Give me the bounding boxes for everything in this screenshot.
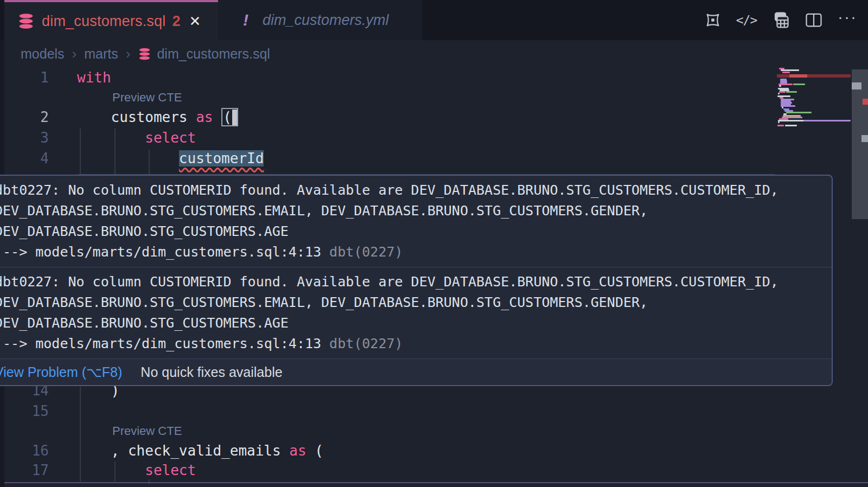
- overview-ruler-highlight-mark: [861, 135, 868, 142]
- split-editor-icon[interactable]: [803, 9, 825, 31]
- chevron-right-icon: ›: [126, 46, 131, 62]
- line-number: 4: [0, 150, 49, 166]
- diagnostic-messages: dbt0227: No column CUSTOMERID found. Ava…: [0, 176, 832, 358]
- code-token: as: [196, 109, 213, 125]
- minimap-line: [779, 91, 786, 93]
- code-token: [77, 150, 179, 166]
- chevron-right-icon: ›: [72, 46, 77, 62]
- minimap-line: [786, 91, 797, 93]
- scrollbar-thumb[interactable]: [852, 69, 868, 219]
- error-token: customerId: [179, 150, 264, 166]
- code-token: [213, 109, 221, 125]
- database-icon: [138, 48, 151, 60]
- minimap-line: [786, 112, 812, 113]
- code-line[interactable]: 4 customerId: [0, 148, 776, 169]
- diagnostic-source: dbt(0227): [321, 336, 403, 351]
- code-line[interactable]: 16 , check_valid_emails as (: [0, 440, 776, 461]
- code-token: , check_valid_emails: [77, 443, 289, 459]
- code-text: with: [77, 69, 111, 86]
- minimap-line: [778, 121, 780, 123]
- tab-bar: dim_customers.sql 2 ✕ ! dim_customers.ym…: [0, 0, 868, 40]
- code-token: select: [77, 462, 196, 478]
- text-cursor: (: [221, 108, 238, 126]
- minimap-line: [777, 125, 784, 126]
- hover-status-bar: View Problem (⌥F8) No quick fixes availa…: [0, 358, 832, 385]
- code-text: customerId: [77, 150, 264, 166]
- duplicate-table-icon[interactable]: [769, 9, 791, 31]
- diagnostic-location: --> models/marts/dim_customers.sql:4:13: [0, 244, 321, 260]
- codelens-preview-cte[interactable]: Preview CTE: [112, 424, 182, 438]
- minimap-line: [781, 69, 799, 71]
- line-number: 1: [0, 69, 49, 86]
- problem-count-badge: 2: [172, 13, 180, 30]
- minimap-line: [778, 120, 804, 121]
- line-number: 3: [0, 130, 49, 146]
- diagnostic-location-line: --> models/marts/dim_customers.sql:4:13 …: [0, 242, 832, 262]
- line-number: 2: [0, 109, 49, 125]
- code-token: (: [223, 109, 232, 125]
- code-token: select: [77, 130, 196, 146]
- code-line[interactable]: 15: [0, 401, 776, 421]
- minimap-error-highlight: [789, 74, 807, 78]
- tab-dim-customers-yml[interactable]: ! dim_customers.yml: [218, 0, 422, 40]
- no-quick-fixes-label: No quick fixes available: [141, 364, 282, 380]
- minimap-error-line: [777, 74, 851, 78]
- indent-guide: [114, 129, 116, 174]
- minimap-line: [782, 72, 790, 73]
- diagnostic-message-line: dbt0227: No column CUSTOMERID found. Ava…: [0, 180, 832, 201]
- database-icon: [17, 13, 35, 29]
- editor-actions: </> ···: [702, 0, 858, 40]
- minimap-line: [804, 120, 851, 121]
- editor-window: dim_customers.sql 2 ✕ ! dim_customers.ym…: [0, 0, 868, 487]
- code-token: with: [77, 69, 111, 86]
- diagnostic-message-line: DEV_DATABASE.BRUNO.STG_CUSTOMERS.AGE: [0, 221, 832, 242]
- tab-title: dim_customers.sql: [42, 13, 165, 30]
- codelens-row: Preview CTE: [77, 88, 182, 107]
- codelens-row: Preview CTE: [77, 421, 182, 441]
- breadcrumb-file[interactable]: dim_customers.sql: [157, 46, 270, 62]
- dbt-logo-icon[interactable]: [702, 9, 724, 31]
- code-line[interactable]: 2 customers as (: [0, 107, 776, 127]
- panel-divider: [4, 482, 868, 483]
- code-line[interactable]: 3 select: [0, 127, 776, 148]
- codelens-preview-cte[interactable]: Preview CTE: [112, 91, 182, 105]
- breadcrumb-marts[interactable]: marts: [84, 46, 118, 62]
- diagnostic-message-line: DEV_DATABASE.BRUNO.STG_CUSTOMERS.AGE: [0, 313, 832, 334]
- view-problem-link[interactable]: View Problem (⌥F8): [0, 364, 122, 380]
- minimap-line: [785, 125, 797, 126]
- diagnostic-block: dbt0227: No column CUSTOMERID found. Ava…: [0, 267, 832, 358]
- close-tab-icon[interactable]: ✕: [189, 13, 201, 30]
- diagnostic-block: dbt0227: No column CUSTOMERID found. Ava…: [0, 176, 832, 267]
- vertical-scrollbar[interactable]: [852, 60, 868, 487]
- diagnostic-message-line: DEV_DATABASE.BRUNO.STG_CUSTOMERS.EMAIL, …: [0, 292, 832, 313]
- code-text: select: [77, 462, 196, 478]
- code-line[interactable]: 1with: [0, 67, 776, 88]
- code-text: , check_valid_emails as (: [77, 443, 323, 459]
- code-token: as: [289, 443, 306, 459]
- diagnostic-source: dbt(0227): [321, 244, 403, 260]
- tab-dim-customers-sql[interactable]: dim_customers.sql 2 ✕: [4, 0, 218, 40]
- diagnostic-location-line: --> models/marts/dim_customers.sql:4:13 …: [0, 334, 832, 354]
- warning-icon: !: [243, 11, 248, 29]
- diagnostic-location: --> models/marts/dim_customers.sql:4:13: [0, 336, 321, 351]
- line-number: 15: [0, 403, 49, 419]
- tab-title: dim_customers.yml: [263, 12, 389, 29]
- diagnostics-hover-popup: dbt0227: No column CUSTOMERID found. Ava…: [0, 175, 833, 386]
- minimap-line: [793, 84, 805, 85]
- code-line[interactable]: 17 select: [0, 460, 776, 480]
- code-token: customers: [77, 109, 196, 125]
- indent-guide: [149, 150, 150, 174]
- diagnostic-message-line: DEV_DATABASE.BRUNO.STG_CUSTOMERS.EMAIL, …: [0, 201, 832, 221]
- code-text: select: [77, 130, 196, 146]
- breadcrumb: models › marts › dim_customers.sql: [0, 40, 868, 67]
- diagnostic-message-line: dbt0227: No column CUSTOMERID found. Ava…: [0, 272, 832, 292]
- minimap-line: [779, 85, 781, 87]
- indent-guide: [80, 129, 81, 174]
- open-code-icon[interactable]: </>: [736, 9, 757, 31]
- code-text: customers as (: [77, 108, 238, 126]
- cursor-block: [232, 110, 237, 125]
- line-number: 16: [0, 443, 49, 459]
- more-actions-icon[interactable]: ···: [837, 9, 858, 31]
- code-token: (: [307, 443, 323, 459]
- breadcrumb-models[interactable]: models: [21, 46, 65, 62]
